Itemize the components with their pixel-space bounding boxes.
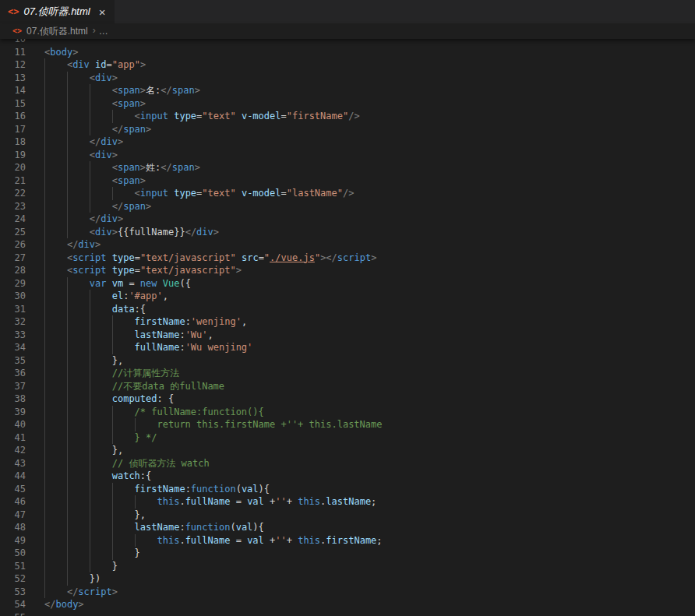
- code-line[interactable]: 50 }: [0, 547, 695, 560]
- token-str: '': [275, 496, 286, 507]
- code-line[interactable]: 46 this.fullName = val +''+ this.lastNam…: [0, 495, 695, 509]
- code-line[interactable]: 11<body>: [0, 46, 695, 59]
- indent-guide: [90, 123, 90, 136]
- indent-guide: [44, 560, 45, 573]
- code-line[interactable]: 38 computed: {: [0, 392, 695, 406]
- vue-js-link[interactable]: ./vue.js: [270, 252, 315, 263]
- token-str: "text/javascript": [140, 252, 236, 263]
- code-line[interactable]: 16 <input type="text" v-model="firstName…: [0, 110, 695, 123]
- code-line[interactable]: 30 el:'#app',: [0, 290, 695, 303]
- code-line[interactable]: 25 <div>{{fullName}}</div>: [0, 226, 695, 239]
- code-line[interactable]: 44 watch:{: [0, 470, 695, 483]
- code-line[interactable]: 54</body>: [0, 598, 695, 611]
- code-line[interactable]: 45 firstName:function(val){: [0, 483, 695, 496]
- token-tag: script: [72, 252, 106, 263]
- code-line[interactable]: 18 </div>: [0, 136, 695, 149]
- code-line[interactable]: 48 lastName:function(val){: [0, 521, 695, 534]
- token-p: <: [112, 162, 118, 173]
- code-line[interactable]: 35 },: [0, 354, 695, 368]
- code-line[interactable]: 17 </span>: [0, 123, 695, 136]
- code-line[interactable]: 26 </div>: [0, 238, 695, 252]
- indent-guide: [90, 341, 90, 354]
- code-line[interactable]: 55: [0, 611, 695, 616]
- code-text: return this.firstName +''+ this.lastName: [44, 418, 382, 431]
- code-line[interactable]: 27 <script type="text/javascript" src=".…: [0, 252, 695, 265]
- breadcrumb-file-name[interactable]: 07.侦听器.html: [26, 25, 88, 38]
- indent-guide: [90, 110, 90, 123]
- editor[interactable]: 1011<body>12 <div id="app">13 <div>14 <s…: [0, 39, 695, 616]
- code-line[interactable]: 19 <div>: [0, 149, 695, 162]
- code-line[interactable]: 10: [0, 39, 695, 46]
- token-p: </: [90, 213, 101, 224]
- code-line[interactable]: 22 <input type="text" v-model="lastName"…: [0, 187, 695, 200]
- code-line[interactable]: 47 },: [0, 509, 695, 522]
- token-var: fullName: [135, 342, 180, 353]
- code-line[interactable]: 52 }): [0, 572, 695, 586]
- code-line[interactable]: 14 <span>名:</span>: [0, 84, 695, 97]
- token-op: .: [179, 535, 185, 546]
- code-text: <div>: [44, 72, 118, 85]
- code-line[interactable]: 40 return this.firstName +''+ this.lastN…: [0, 418, 695, 431]
- code-line[interactable]: 31 data:{: [0, 303, 695, 316]
- indent-guide: [90, 444, 90, 457]
- code-line[interactable]: 24 </div>: [0, 213, 695, 226]
- code-line[interactable]: 20 <span>姓:</span>: [0, 161, 695, 174]
- code-line[interactable]: 23 </span>: [0, 200, 695, 213]
- code-line[interactable]: 28 <script type="text/javascript">: [0, 264, 695, 277]
- token-tag: div: [72, 59, 90, 70]
- indent-guide: [44, 495, 45, 509]
- line-number: 47: [0, 509, 26, 522]
- breadcrumb-ellipsis[interactable]: …: [99, 26, 109, 37]
- code-line[interactable]: 21 <span>: [0, 174, 695, 188]
- code-line[interactable]: 32 firstName:'wenjing',: [0, 315, 695, 329]
- code-text: <script type="text/javascript" src="./vu…: [44, 252, 376, 265]
- code-line[interactable]: 51 }: [0, 560, 695, 573]
- token-tag: span: [123, 201, 146, 212]
- indent-guide: [67, 329, 68, 342]
- token-var: data: [112, 304, 135, 315]
- code-line[interactable]: 29 var vm = new Vue({: [0, 277, 695, 290]
- token-txt: 名:: [146, 85, 161, 96]
- code-line[interactable]: 34 fullName:'Wu wenjing': [0, 341, 695, 354]
- indent-guide: [67, 149, 68, 162]
- code-line[interactable]: 41 } */: [0, 431, 695, 445]
- close-icon[interactable]: ×: [97, 5, 108, 19]
- code-line[interactable]: 42 },: [0, 444, 695, 457]
- indent-guide: [112, 483, 113, 496]
- code-line[interactable]: 33 lastName:'Wu',: [0, 329, 695, 342]
- code-line[interactable]: 49 this.fullName = val +''+ this.firstNa…: [0, 534, 695, 547]
- indent-guide: [90, 521, 90, 534]
- token-op: ;: [371, 496, 376, 507]
- code-line[interactable]: 53 </script>: [0, 586, 695, 599]
- token-attr: id: [95, 59, 106, 70]
- code-text: <span>: [44, 174, 146, 188]
- tab-title: 07.侦听器.html: [23, 5, 90, 19]
- code-text: },: [44, 509, 146, 522]
- token-var: lastName: [135, 522, 180, 533]
- token-tag: span: [172, 162, 195, 173]
- token-op: +: [264, 496, 275, 507]
- token-p: </: [161, 162, 171, 173]
- code-line[interactable]: 15 <span>: [0, 97, 695, 111]
- line-number: 46: [0, 495, 26, 509]
- indent-guide: [67, 547, 68, 560]
- code-line[interactable]: 36 //计算属性方法: [0, 367, 695, 380]
- code-line[interactable]: 13 <div>: [0, 72, 695, 85]
- code-line[interactable]: 12 <div id="app">: [0, 58, 695, 72]
- code-text: },: [44, 354, 123, 368]
- token-str: "app": [112, 59, 140, 70]
- token-op: [236, 111, 242, 121]
- code-line[interactable]: 37 //不要data 的fullName: [0, 380, 695, 393]
- code-line[interactable]: 39 /* fullName:function(){: [0, 406, 695, 419]
- token-p: </: [326, 252, 337, 263]
- token-op: [157, 278, 163, 289]
- token-cmt: } */: [135, 432, 157, 443]
- code-line[interactable]: 43 // 侦听器方法 watch: [0, 457, 695, 470]
- token-tag: input: [140, 111, 168, 121]
- indent-guide: [67, 226, 68, 239]
- token-p: >: [112, 150, 118, 160]
- indent-guide: [112, 418, 113, 431]
- token-op: ){: [252, 522, 263, 533]
- indent-guide: [44, 483, 45, 496]
- tab-file[interactable]: <> 07.侦听器.html ×: [0, 0, 115, 23]
